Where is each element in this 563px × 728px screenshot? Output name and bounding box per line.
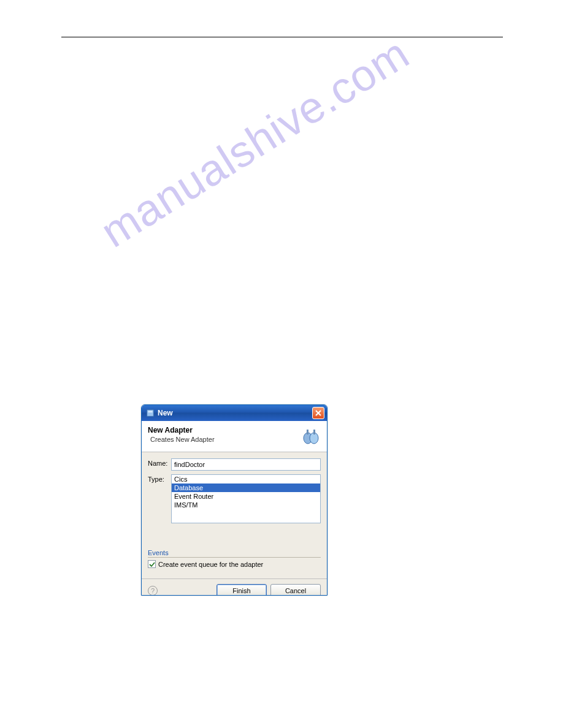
name-label: Name: [148, 458, 171, 467]
list-item[interactable]: Database [172, 483, 320, 492]
list-item[interactable]: Event Router [172, 492, 320, 501]
svg-rect-4 [307, 430, 308, 434]
help-icon[interactable]: ? [148, 586, 158, 596]
type-field-row: Type: Cics Database Event Router IMS/TM [148, 474, 321, 523]
create-queue-row: Create event queue for the adapter [148, 560, 321, 568]
adapter-icon [301, 426, 321, 446]
button-panel: ? Finish Cancel [142, 578, 327, 596]
close-button[interactable] [312, 407, 324, 419]
cancel-button[interactable]: Cancel [270, 584, 321, 596]
svg-rect-1 [148, 411, 153, 413]
type-label: Type: [148, 474, 171, 483]
new-adapter-dialog: New New Adapter Creates New Adapter Name… [141, 404, 327, 596]
events-section: Events Create event queue for the adapte… [142, 549, 327, 578]
watermark-text: manualshive.com [92, 28, 418, 257]
name-field-row: Name: [148, 458, 321, 471]
dialog-title: New [158, 409, 312, 417]
type-listbox[interactable]: Cics Database Event Router IMS/TM [171, 474, 321, 523]
svg-rect-0 [147, 410, 154, 417]
svg-rect-5 [313, 430, 315, 434]
events-section-title: Events [148, 549, 321, 558]
create-queue-label: Create event queue for the adapter [158, 561, 263, 568]
dialog-header-title: New Adapter [148, 426, 301, 434]
list-item[interactable]: IMS/TM [172, 501, 320, 509]
dialog-header-description: Creates New Adapter [150, 436, 301, 443]
finish-button[interactable]: Finish [216, 584, 267, 596]
dialog-window-icon [145, 408, 155, 418]
dialog-header-panel: New Adapter Creates New Adapter [142, 421, 327, 452]
create-queue-checkbox[interactable] [148, 560, 156, 568]
list-item[interactable]: Cics [172, 475, 320, 483]
name-input[interactable] [171, 458, 321, 471]
dialog-header-text: New Adapter Creates New Adapter [148, 426, 301, 443]
page-divider [61, 37, 503, 37]
dialog-body: Name: Type: Cics Database Event Router I… [142, 452, 327, 549]
dialog-titlebar[interactable]: New [142, 405, 327, 421]
